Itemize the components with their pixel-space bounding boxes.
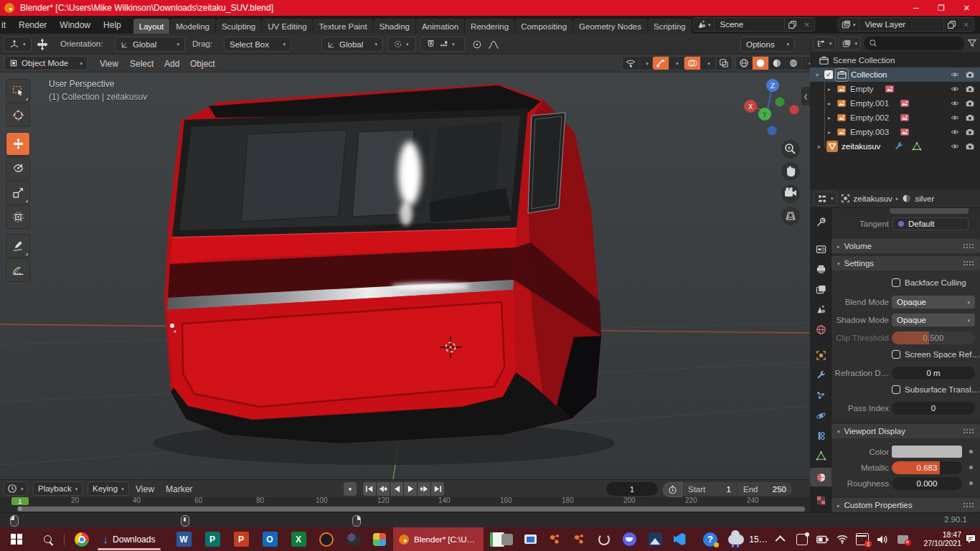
hide-eye-icon[interactable] bbox=[950, 99, 960, 108]
show-overlays-toggle[interactable]: ▾ bbox=[684, 56, 717, 70]
tray-snip-button[interactable] bbox=[792, 527, 812, 551]
outliner-filter-dropdown[interactable]: ▾ bbox=[839, 37, 862, 50]
keying-menu[interactable]: Keying ▾ bbox=[88, 481, 129, 496]
outliner-row-collection[interactable]: ▾ ✓ Collection bbox=[810, 67, 980, 82]
drag-grip-icon[interactable] bbox=[963, 243, 974, 249]
disable-render-camera-icon[interactable] bbox=[965, 113, 975, 122]
hide-eye-icon[interactable] bbox=[950, 142, 960, 151]
sidebar-collapse-arrow[interactable]: ❮ bbox=[801, 87, 810, 105]
taskbar-outlook-button[interactable]: O bbox=[255, 527, 284, 551]
menu-add[interactable]: Add bbox=[158, 55, 186, 72]
drag-grip-icon[interactable] bbox=[963, 428, 974, 434]
auto-keyframe-button[interactable]: ● bbox=[344, 482, 357, 496]
tab-scripting[interactable]: Scripting bbox=[648, 19, 692, 34]
properties-editor-type-button[interactable]: ▾ bbox=[814, 192, 837, 206]
panel-viewport-display[interactable]: ▾ Viewport Display bbox=[831, 424, 980, 438]
taskbar-app2-button[interactable] bbox=[340, 527, 367, 551]
play-button[interactable] bbox=[404, 482, 417, 496]
gizmo-y-neg[interactable] bbox=[776, 98, 785, 107]
tab-shading[interactable]: Shading bbox=[374, 19, 415, 34]
menu-help[interactable]: Help bbox=[97, 16, 128, 34]
outliner-row-scene-collection[interactable]: Scene Collection bbox=[810, 53, 980, 67]
taskbar-excel-button[interactable]: X bbox=[284, 527, 313, 551]
view-layer-name[interactable]: View Layer bbox=[859, 20, 943, 29]
pan-button[interactable] bbox=[781, 162, 800, 181]
start-button[interactable] bbox=[0, 527, 33, 551]
close-button[interactable]: ✕ bbox=[963, 4, 970, 13]
current-frame-field[interactable]: 1 bbox=[606, 482, 658, 496]
tray-battery-button[interactable] bbox=[812, 527, 832, 551]
outliner-row-empty003[interactable]: ▸ Empty.003 bbox=[810, 125, 980, 139]
taskbar-app1-button[interactable] bbox=[313, 527, 340, 551]
notification-center-button[interactable] bbox=[961, 527, 980, 551]
tab-object-data[interactable] bbox=[810, 446, 831, 465]
tray-app-help[interactable]: ? bbox=[697, 527, 723, 551]
tray-app-vscode[interactable] bbox=[667, 527, 692, 551]
browse-view-layer-button[interactable]: ▾ bbox=[839, 18, 859, 31]
window-titlebar[interactable]: Blender* [C:\Users\Mike Wilkinson\Downlo… bbox=[0, 0, 980, 16]
subsurface-translucency-checkbox[interactable] bbox=[892, 385, 900, 394]
tray-calendar-button[interactable]: 1 bbox=[852, 527, 872, 551]
play-reverse-button[interactable] bbox=[390, 482, 403, 496]
filter-funnel-icon[interactable] bbox=[967, 38, 977, 48]
shading-wireframe-button[interactable] bbox=[736, 57, 753, 70]
menu-select[interactable]: Select bbox=[123, 55, 160, 72]
drag-grip-icon[interactable] bbox=[963, 260, 974, 266]
tab-texture-paint[interactable]: Texture Paint bbox=[314, 19, 373, 34]
disable-render-camera-icon[interactable] bbox=[965, 142, 975, 151]
breadcrumb-material[interactable]: silver bbox=[915, 194, 934, 203]
blend-mode-dropdown[interactable]: Opaque ▾ bbox=[892, 296, 975, 309]
tray-overflow-chevron[interactable] bbox=[772, 527, 791, 551]
hide-eye-icon[interactable] bbox=[950, 113, 960, 122]
timeline-scrollbar[interactable] bbox=[0, 505, 810, 512]
taskbar-publisher-button[interactable]: P bbox=[198, 527, 227, 551]
timeline-marker-menu[interactable]: Marker bbox=[159, 480, 199, 498]
panel-settings[interactable]: ▾ Settings bbox=[831, 256, 980, 270]
pass-index-field[interactable]: 0 bbox=[892, 402, 975, 415]
move-tool[interactable] bbox=[6, 132, 30, 156]
tab-particles[interactable] bbox=[810, 386, 831, 405]
menu-edit-partial[interactable]: it bbox=[0, 16, 12, 34]
shading-rendered-button[interactable] bbox=[786, 57, 802, 70]
tray-weather-icon-button[interactable] bbox=[725, 527, 748, 551]
show-gizmo-toggle[interactable]: ▾ bbox=[652, 56, 686, 70]
hide-eye-icon[interactable] bbox=[950, 70, 960, 79]
shading-material-button[interactable] bbox=[769, 57, 786, 70]
select-box-tool[interactable] bbox=[6, 79, 30, 103]
next-keyframe-button[interactable] bbox=[418, 482, 430, 496]
tab-geometry-nodes[interactable]: Geometry Nodes bbox=[573, 19, 647, 34]
unlink-scene-button[interactable]: ✕ bbox=[800, 21, 814, 29]
menu-object[interactable]: Object bbox=[184, 55, 222, 72]
transform-tool[interactable] bbox=[6, 205, 30, 229]
falloff-curve-icon[interactable] bbox=[488, 39, 499, 50]
menu-render[interactable]: Render bbox=[12, 16, 53, 34]
editor-type-button[interactable]: ▾ bbox=[4, 37, 32, 52]
clip-threshold-slider[interactable]: 0.500 bbox=[892, 331, 975, 344]
tray-wifi-button[interactable] bbox=[832, 527, 852, 551]
playhead[interactable]: 1 bbox=[11, 497, 29, 505]
tray-volume-button[interactable] bbox=[872, 527, 892, 551]
timeline-view-menu[interactable]: View bbox=[129, 480, 161, 498]
taskbar-search-button[interactable] bbox=[33, 527, 62, 551]
tab-object[interactable] bbox=[810, 346, 831, 364]
pivot-point-dropdown[interactable]: ▾ bbox=[387, 37, 416, 52]
tab-tool[interactable] bbox=[810, 212, 831, 231]
collection-checkbox[interactable]: ✓ bbox=[824, 70, 833, 79]
tab-view-layer[interactable] bbox=[810, 280, 831, 298]
tray-device-error-button[interactable]: ✕ bbox=[892, 527, 913, 551]
shading-solid-button[interactable] bbox=[753, 57, 769, 70]
tab-modifiers[interactable] bbox=[810, 366, 831, 385]
panel-volume[interactable]: ▸ Volume bbox=[831, 239, 980, 253]
tab-render[interactable] bbox=[810, 240, 831, 258]
drag-dropdown[interactable]: Select Box ▾ bbox=[224, 37, 291, 52]
restore-button[interactable]: ❐ bbox=[938, 4, 945, 13]
hide-eye-icon[interactable] bbox=[950, 128, 960, 136]
xray-toggle[interactable] bbox=[715, 56, 732, 70]
hide-eye-icon[interactable] bbox=[950, 85, 960, 93]
outliner-row-zeitakusuv[interactable]: ▸ zeitakusuv bbox=[810, 139, 980, 154]
animate-roughness-dot[interactable] bbox=[969, 481, 973, 485]
proportional-editing-icon[interactable] bbox=[472, 39, 482, 50]
measure-tool[interactable] bbox=[6, 258, 30, 282]
disable-render-camera-icon[interactable] bbox=[965, 128, 975, 136]
taskbar-powerpoint-button[interactable]: P bbox=[227, 527, 255, 551]
